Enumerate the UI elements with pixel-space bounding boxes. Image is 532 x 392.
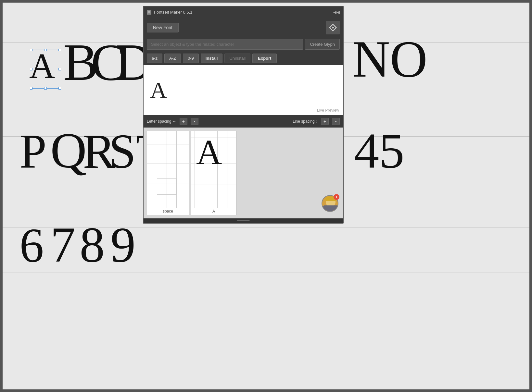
letter-spacing-minus[interactable]: - — [191, 118, 198, 125]
btn-row: a-z A-Z 0-9 Install Uninstall Export — [144, 52, 343, 65]
handle-tc[interactable] — [44, 49, 47, 51]
guide-line — [176, 131, 177, 208]
panel-title: Fontself Maker 0.5.1 — [154, 10, 193, 15]
glyph-label-space: space — [163, 208, 173, 215]
export-button[interactable]: Export — [252, 54, 277, 63]
new-font-button[interactable]: New Font — [147, 23, 179, 32]
selection-box — [31, 50, 60, 89]
handle-ml[interactable] — [30, 68, 32, 70]
letter-spacing-label: Letter spacing ↔ — [147, 119, 176, 124]
canvas-char-9: 9 — [110, 216, 136, 274]
handle-mr[interactable] — [58, 68, 61, 70]
canvas-char-p: P — [19, 123, 46, 179]
fontself-logo-icon[interactable] — [326, 21, 340, 34]
avatar-body — [323, 205, 338, 211]
handle-br[interactable] — [58, 87, 61, 90]
guide-line — [157, 131, 157, 208]
guide-line — [195, 131, 195, 208]
guide-line-h — [147, 144, 189, 144]
glyph-input[interactable] — [147, 39, 303, 50]
line-spacing-minus[interactable]: - — [332, 118, 340, 125]
handle-bl[interactable] — [30, 87, 32, 90]
nums-button[interactable]: 0-9 — [183, 54, 199, 63]
AZ-button[interactable]: A-Z — [164, 54, 181, 63]
install-button[interactable]: Install — [201, 54, 223, 63]
glyph-grid: space A A — [144, 128, 343, 218]
canvas-char-8: 8 — [80, 216, 105, 274]
guide-line — [167, 131, 167, 208]
canvas-char-6: 6 — [19, 217, 44, 273]
uninstall-button[interactable]: Uninstall — [224, 54, 250, 63]
glyph-label-a: A — [212, 208, 215, 215]
letter-spacing-plus[interactable]: + — [180, 118, 187, 125]
line-spacing-plus[interactable]: + — [321, 118, 329, 125]
glyph-cell-space[interactable]: space — [147, 131, 189, 215]
drag-handle — [237, 220, 250, 221]
create-glyph-button[interactable]: Create Glyph — [305, 39, 340, 50]
logo-svg — [328, 23, 337, 32]
title-bar-left: × Fontself Maker 0.5.1 — [147, 10, 193, 15]
glyph-cell-a-inner: A — [191, 131, 236, 208]
glyph-cell-a[interactable]: A A — [191, 131, 236, 215]
handle-bc[interactable] — [44, 87, 47, 90]
canvas-char-7: 7 — [50, 216, 76, 274]
panel-resize-handle[interactable] — [144, 218, 343, 223]
canvas-char-no: NO — [352, 29, 427, 89]
line-spacing-label: Line spacing ↕ — [293, 119, 318, 124]
canvas-char-45: 45 — [354, 122, 404, 180]
guide-line — [227, 131, 227, 208]
guide-line-h — [191, 185, 236, 185]
avatar-container[interactable]: 1 — [322, 195, 338, 212]
input-row: Create Glyph — [144, 37, 343, 52]
collapse-button[interactable]: ◀◀ — [333, 10, 340, 15]
live-preview-label: Live Preview — [317, 108, 339, 113]
top-toolbar: New Font — [144, 18, 343, 37]
fontself-panel: × Fontself Maker 0.5.1 ◀◀ New Font Creat… — [143, 6, 344, 224]
handle-tr[interactable] — [58, 49, 61, 51]
space-indicator — [157, 178, 176, 195]
glyph-cell-space-inner — [147, 131, 189, 208]
spacing-row: Letter spacing ↔ + - Line spacing ↕ + - — [144, 115, 343, 128]
preview-area: A Live Preview — [144, 65, 343, 115]
selected-char-container[interactable]: A — [29, 48, 62, 90]
az-button[interactable]: a-z — [147, 54, 162, 63]
notification-badge: 1 — [334, 194, 339, 200]
close-button[interactable]: × — [147, 10, 151, 15]
handle-tl[interactable] — [30, 49, 32, 51]
glyph-a-char: A — [196, 134, 222, 170]
title-bar: × Fontself Maker 0.5.1 ◀◀ — [144, 6, 343, 18]
preview-text: A — [150, 79, 167, 102]
canvas-char-q: Q — [50, 122, 87, 180]
guide-line-h — [147, 164, 189, 164]
